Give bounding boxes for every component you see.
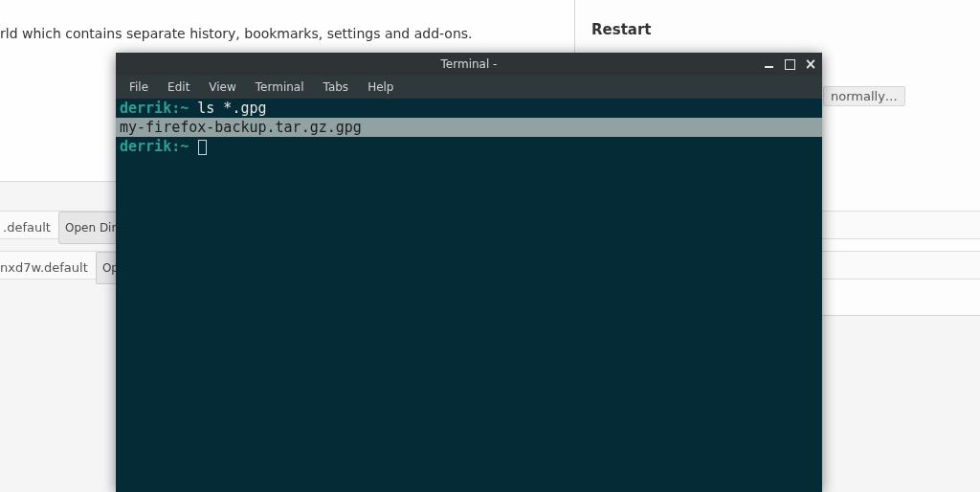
restart-normally-button[interactable]: normally…	[823, 86, 905, 106]
prompt-user: derrik	[120, 100, 171, 117]
maximize-icon[interactable]	[782, 57, 797, 71]
cursor-icon	[198, 140, 207, 155]
prompt-user: derrik	[120, 138, 171, 155]
command-text: ls *.gpg	[197, 100, 266, 117]
terminal-body[interactable]: derrik:~ ls *.gpgmy-firefox-backup.tar.g…	[116, 99, 822, 492]
menu-help[interactable]: Help	[360, 78, 401, 96]
prompt-path: ~	[180, 100, 189, 117]
profile-name: nxd7w.default	[0, 260, 88, 275]
prompt-path: ~	[180, 138, 189, 155]
background-description-text: rld which contains separate history, boo…	[0, 26, 473, 41]
terminal-window: Terminal - × File Edit View Terminal Tab…	[116, 53, 822, 492]
menu-file[interactable]: File	[122, 78, 156, 96]
menu-view[interactable]: View	[201, 78, 243, 96]
close-icon[interactable]: ×	[803, 57, 818, 71]
terminal-line: derrik:~	[116, 137, 822, 156]
window-titlebar[interactable]: Terminal - ×	[116, 53, 822, 76]
menu-edit[interactable]: Edit	[160, 78, 197, 96]
window-title: Terminal -	[441, 57, 498, 71]
prompt-sep: :	[171, 138, 180, 155]
profile-name: .default	[3, 220, 51, 235]
terminal-line: derrik:~ ls *.gpg	[116, 99, 822, 118]
prompt-sep: :	[171, 100, 180, 117]
menu-tabs[interactable]: Tabs	[316, 78, 357, 96]
minimize-icon[interactable]	[761, 57, 776, 71]
menubar: File Edit View Terminal Tabs Help	[116, 76, 822, 99]
window-controls: ×	[761, 53, 818, 76]
terminal-output-line: my-firefox-backup.tar.gz.gpg	[116, 118, 822, 137]
menu-terminal[interactable]: Terminal	[248, 78, 312, 96]
background-card-title: Restart	[591, 21, 652, 38]
